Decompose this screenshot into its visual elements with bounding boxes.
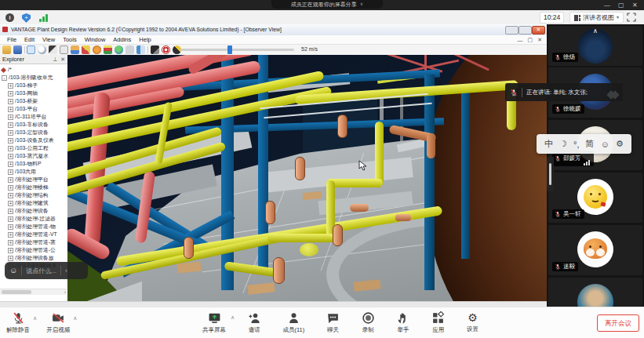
speed-slider-track[interactable]	[180, 49, 294, 51]
emoji-icon[interactable]: ☺	[9, 267, 17, 274]
tree-item[interactable]: +/溶剂处理管道-物	[0, 223, 67, 231]
app-restore-button[interactable]	[518, 26, 532, 35]
expand-toggle-icon[interactable]: +	[8, 185, 13, 191]
expand-toggle-icon[interactable]: +	[8, 232, 13, 238]
tree-item[interactable]: +/103-网轴	[0, 89, 67, 97]
chat-quick-bubble[interactable]: ☺ 说点什么... ‹	[5, 262, 88, 279]
expand-toggle-icon[interactable]: +	[8, 256, 13, 261]
expand-toggle-icon[interactable]: +	[8, 193, 13, 198]
tree-item[interactable]: +/103-非标设备	[0, 121, 67, 129]
menu-view[interactable]: View	[38, 36, 59, 43]
tree-item[interactable]: +/溶剂处理建筑	[0, 199, 67, 207]
menu-tools[interactable]: Tools	[59, 36, 81, 43]
expand-toggle-icon[interactable]: +	[8, 216, 13, 222]
chevron-up-icon[interactable]: ∧	[33, 315, 37, 322]
raise-hand-button[interactable]: 举手	[396, 311, 409, 334]
tree-item[interactable]: +/溶剂处理-过滤器	[0, 215, 67, 223]
chevron-up-icon[interactable]: ∧	[73, 315, 77, 322]
scroll-right-icon[interactable]: ›	[64, 289, 66, 295]
ime-punctuation-icon[interactable]: °,	[573, 140, 579, 149]
share-status-pill[interactable]: 成员正在观看你的屏幕分享 ∨	[271, 0, 383, 9]
expand-toggle-icon[interactable]: +	[8, 122, 13, 128]
apps-button[interactable]: 应用	[431, 311, 445, 334]
expand-toggle-icon[interactable]: +	[8, 91, 13, 96]
rotate-icon[interactable]	[93, 45, 101, 54]
share-screen-button[interactable]: 共享屏幕 ∧	[202, 311, 226, 334]
tree-item[interactable]: +/103-蒸汽凝水	[0, 152, 67, 160]
tree-item[interactable]: +/溶剂处理设备放	[0, 254, 67, 262]
materials-icon[interactable]	[82, 45, 90, 54]
menu-addins[interactable]: Addins	[109, 36, 135, 43]
scrollbar-thumb[interactable]	[2, 290, 31, 294]
expand-toggle-icon[interactable]: +	[8, 177, 13, 183]
chat-placeholder[interactable]: 说点什么...	[26, 267, 56, 275]
ime-halfwidth-icon[interactable]: ☽	[559, 139, 567, 149]
ime-settings-icon[interactable]: ⚙	[616, 139, 624, 149]
minimize-icon[interactable]: —	[604, 1, 610, 9]
app-close-button[interactable]: ✕	[532, 26, 545, 35]
tree-item[interactable]: +/溶剂处理结构	[0, 191, 67, 199]
participant-tile[interactable]: 迷毅	[548, 225, 642, 275]
open-icon[interactable]	[2, 45, 11, 54]
tree-item[interactable]: +/103-桥架	[0, 97, 67, 105]
close-icon[interactable]: ✕	[632, 1, 638, 9]
leave-meeting-button[interactable]: 离开会议	[597, 314, 639, 332]
mdi-restore-icon[interactable]: ▢	[528, 37, 533, 43]
expand-toggle-icon[interactable]: +	[8, 130, 13, 136]
mdi-close-icon[interactable]: ✕	[537, 37, 542, 43]
view-mode-button[interactable]: 演讲者视图 ▾	[569, 12, 624, 24]
app-minimize-button[interactable]	[505, 26, 518, 35]
expand-toggle-icon[interactable]: +	[8, 154, 13, 159]
meeting-info-icon[interactable]: i	[5, 13, 14, 22]
expand-toggle-icon[interactable]: +	[8, 114, 13, 120]
chat-button[interactable]: 聊天	[326, 311, 340, 334]
tree-item[interactable]: +/C-311塔平台	[0, 113, 67, 121]
tree-item[interactable]: -/103-溶剂吸收单元	[0, 74, 67, 82]
pin-icon[interactable]: ⊥	[53, 56, 57, 63]
tree-item[interactable]: +/103-梯子	[0, 82, 67, 89]
expand-toggle-icon[interactable]: -	[2, 75, 7, 81]
3d-viewport[interactable]	[67, 55, 547, 301]
participant-tile[interactable]: 吴一轩	[548, 173, 642, 223]
tree-item[interactable]: +/溶剂处理设备	[0, 207, 67, 215]
speed-slider-thumb[interactable]	[227, 45, 232, 54]
ime-simplified-toggle[interactable]: 简	[586, 138, 595, 150]
frame-icon[interactable]	[60, 45, 68, 54]
ime-chinese-toggle[interactable]: 中	[544, 138, 553, 150]
record-button[interactable]: 录制	[362, 311, 375, 334]
participant-tile[interactable]: ∧ 徐炀	[548, 26, 642, 66]
chevron-up-icon[interactable]: ∧	[593, 27, 598, 35]
expand-toggle-icon[interactable]: +	[8, 240, 13, 245]
panel-close-icon[interactable]: ✕	[60, 56, 65, 63]
members-button[interactable]: 成员(11)	[282, 311, 304, 334]
expand-toggle-icon[interactable]: +	[8, 146, 13, 151]
tree-item[interactable]: +/溶剂处理管道-公	[0, 246, 67, 254]
participant-tile[interactable]	[548, 278, 642, 307]
expand-toggle-icon[interactable]: +	[8, 224, 13, 230]
tree-item[interactable]: +/溶剂处理平台	[0, 176, 67, 184]
sidebar-collapse-handle[interactable]	[547, 157, 554, 191]
ime-emoji-icon[interactable]: ☺	[601, 140, 609, 149]
save-icon[interactable]	[13, 45, 22, 54]
expand-toggle-icon[interactable]: +	[8, 162, 13, 167]
settings-button[interactable]: ⚙ 设置	[467, 311, 478, 334]
expand-toggle-icon[interactable]: +	[8, 209, 13, 214]
measure-icon[interactable]	[104, 45, 112, 54]
annotate-icon[interactable]	[126, 45, 134, 54]
unmute-button[interactable]: 解除静音	[6, 311, 30, 334]
tree-item[interactable]: +/溶剂处理管道-VT	[0, 231, 67, 238]
fullscreen-icon[interactable]	[627, 13, 636, 22]
tree-item[interactable]: +/溶剂处理楼梯	[0, 184, 67, 191]
zoom-icon[interactable]	[38, 45, 46, 54]
start-video-button[interactable]: 开启视频	[46, 311, 70, 334]
chevron-left-icon[interactable]: ‹	[65, 267, 67, 274]
chevron-up-icon[interactable]: ∧	[231, 314, 235, 321]
expand-toggle-icon[interactable]: +	[8, 107, 13, 112]
expand-toggle-icon[interactable]: +	[8, 248, 13, 253]
globe-icon[interactable]	[115, 45, 123, 54]
fly-icon[interactable]	[151, 45, 159, 54]
menu-window[interactable]: Window	[81, 36, 110, 43]
menu-file[interactable]: File	[3, 36, 20, 43]
horizontal-scrollbar[interactable]: ›	[0, 289, 67, 295]
clipboard-icon[interactable]	[71, 45, 79, 54]
